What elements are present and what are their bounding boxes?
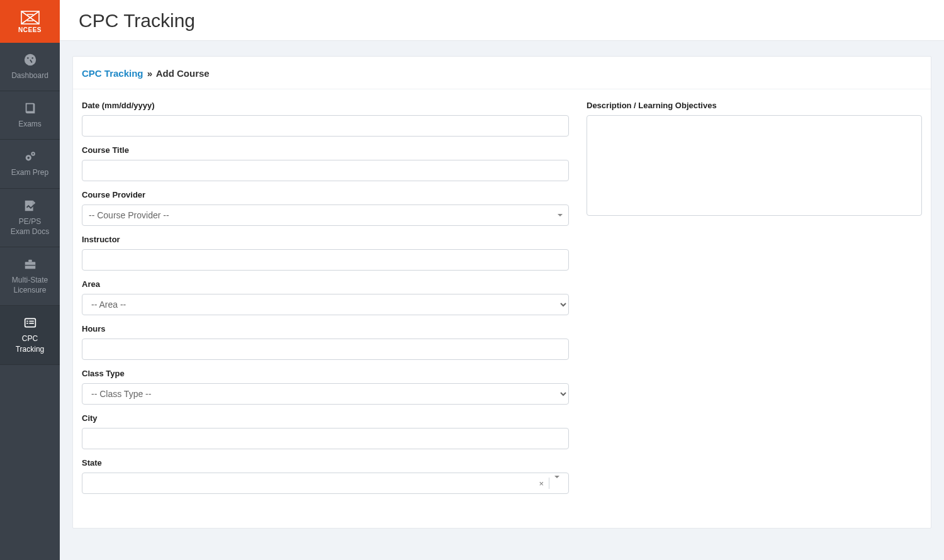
- course-title-label: Course Title: [82, 145, 569, 155]
- sidebar-item-exam-docs[interactable]: PE/PSExam Docs: [0, 189, 60, 247]
- svg-point-3: [31, 57, 33, 59]
- svg-point-8: [32, 154, 33, 155]
- form-area: Date (mm/dd/yyyy) Course Title Course Pr…: [73, 89, 931, 528]
- svg-rect-11: [28, 260, 32, 262]
- hours-input[interactable]: [82, 339, 569, 360]
- briefcase-icon: [22, 257, 38, 271]
- svg-point-6: [27, 157, 30, 159]
- instructor-input[interactable]: [82, 249, 569, 271]
- nav-label: CPCTracking: [16, 333, 45, 354]
- city-label: City: [82, 413, 569, 423]
- form-left-column: Date (mm/dd/yyyy) Course Title Course Pr…: [82, 101, 569, 503]
- svg-rect-14: [26, 321, 28, 322]
- svg-rect-4: [26, 104, 33, 111]
- clear-icon[interactable]: ×: [534, 479, 549, 488]
- breadcrumb: CPC Tracking » Add Course: [73, 57, 931, 89]
- sidebar-item-dashboard[interactable]: Dashboard: [0, 43, 60, 91]
- svg-rect-17: [29, 323, 34, 324]
- brand-text: NCEES: [18, 26, 42, 33]
- instructor-label: Instructor: [82, 235, 569, 244]
- sidebar-item-exams[interactable]: Exams: [0, 91, 60, 140]
- state-label: State: [82, 458, 569, 468]
- svg-rect-16: [26, 323, 28, 324]
- hours-label: Hours: [82, 324, 569, 333]
- sidebar: NCEES Dashboard Exams Exam Prep PE/PSExa: [0, 0, 60, 560]
- course-provider-label: Course Provider: [82, 190, 569, 199]
- nav-label: Exams: [18, 119, 42, 129]
- breadcrumb-separator: »: [147, 68, 152, 79]
- date-label: Date (mm/dd/yyyy): [82, 101, 569, 110]
- area-select[interactable]: -- Area --: [82, 294, 569, 315]
- course-provider-placeholder: -- Course Provider --: [89, 210, 169, 220]
- signature-icon: [22, 199, 38, 213]
- breadcrumb-root-link[interactable]: CPC Tracking: [82, 68, 143, 79]
- nav-label: PE/PSExam Docs: [11, 216, 49, 237]
- area-label: Area: [82, 279, 569, 289]
- nav-label: Multi-StateLicensure: [12, 275, 48, 295]
- svg-rect-12: [25, 265, 35, 266]
- dashboard-icon: [22, 53, 38, 67]
- chevron-down-icon: [549, 478, 565, 488]
- date-input[interactable]: [82, 115, 569, 137]
- breadcrumb-current: Add Course: [156, 68, 210, 79]
- sidebar-item-cpc-tracking[interactable]: CPCTracking: [0, 306, 60, 364]
- sidebar-item-exam-prep[interactable]: Exam Prep: [0, 140, 60, 188]
- class-type-select[interactable]: -- Class Type --: [82, 383, 569, 405]
- ncees-logo-icon: [20, 10, 40, 25]
- description-textarea[interactable]: [587, 115, 922, 216]
- city-input[interactable]: [82, 428, 569, 449]
- form-right-column: Description / Learning Objectives: [587, 101, 922, 503]
- nav-label: Dashboard: [11, 70, 48, 81]
- page-header: CPC Tracking: [60, 0, 944, 41]
- state-select[interactable]: ×: [82, 473, 569, 494]
- page-title: CPC Tracking: [79, 10, 925, 31]
- svg-point-2: [27, 57, 28, 59]
- svg-rect-15: [29, 321, 34, 322]
- list-icon: [22, 316, 38, 330]
- content: CPC Tracking » Add Course Date (mm/dd/yy…: [60, 41, 944, 544]
- sidebar-item-licensure[interactable]: Multi-StateLicensure: [0, 247, 60, 306]
- nav-label: Exam Prep: [11, 167, 48, 177]
- course-title-input[interactable]: [82, 160, 569, 181]
- main: CPC Tracking CPC Tracking » Add Course D…: [60, 0, 944, 560]
- description-label: Description / Learning Objectives: [587, 101, 922, 110]
- form-card: CPC Tracking » Add Course Date (mm/dd/yy…: [72, 56, 931, 529]
- gears-icon: [22, 150, 38, 164]
- class-type-label: Class Type: [82, 369, 569, 378]
- brand-logo[interactable]: NCEES: [0, 0, 60, 43]
- book-icon: [22, 101, 38, 115]
- course-provider-select[interactable]: -- Course Provider --: [82, 204, 569, 226]
